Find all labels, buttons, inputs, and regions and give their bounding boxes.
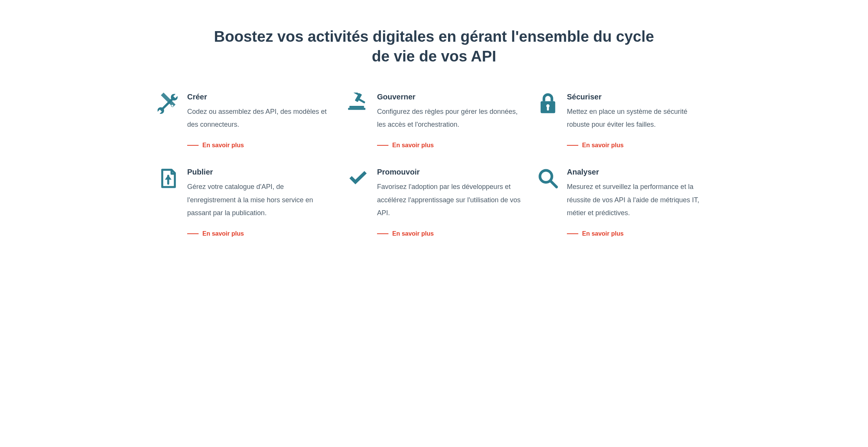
feature-description: Mettez en place un système de sécurité r… [567,105,711,131]
learn-more-label: En savoir plus [582,230,623,237]
feature-card: AnalyserMesurez et surveillez la perform… [537,168,711,237]
feature-description: Configurez des règles pour gérer les don… [377,105,521,131]
svg-rect-1 [354,93,361,96]
feature-card: SécuriserMettez en place un système de s… [537,93,711,149]
learn-more-link[interactable]: En savoir plus [567,230,623,237]
learn-more-label: En savoir plus [392,142,434,149]
tools-icon [157,93,180,115]
dash-icon [187,145,199,146]
page-title: Boostez vos activités digitales en géran… [206,27,662,66]
dash-icon [377,233,388,234]
feature-title: Promouvoir [377,168,521,176]
svg-rect-3 [349,106,364,108]
dash-icon [377,145,388,146]
learn-more-link[interactable]: En savoir plus [187,230,244,237]
dash-icon [567,233,578,234]
learn-more-link[interactable]: En savoir plus [187,142,244,149]
feature-title: Analyser [567,168,711,176]
feature-card: GouvernerConfigurez des règles pour gére… [347,93,521,149]
check-icon [347,168,369,190]
svg-rect-4 [348,108,366,110]
dash-icon [187,233,199,234]
learn-more-link[interactable]: En savoir plus [377,230,434,237]
feature-title: Publier [187,168,331,176]
feature-title: Sécuriser [567,93,711,101]
feature-body: PublierGérez votre catalogue d'API, de l… [187,168,331,237]
svg-line-9 [551,181,557,187]
publish-icon [157,168,180,190]
learn-more-label: En savoir plus [582,142,623,149]
feature-description: Gérez votre catalogue d'API, de l'enregi… [187,180,331,219]
feature-card: PublierGérez votre catalogue d'API, de l… [157,168,331,237]
svg-rect-2 [358,98,365,104]
feature-description: Mesurez et surveillez la performance et … [567,180,711,219]
learn-more-label: En savoir plus [392,230,434,237]
feature-body: SécuriserMettez en place un système de s… [567,93,711,149]
lock-icon [537,93,559,115]
learn-more-link[interactable]: En savoir plus [377,142,434,149]
gavel-icon [347,93,369,115]
feature-body: CréerCodez ou assemblez des API, des mod… [187,93,331,149]
feature-description: Favorisez l'adoption par les développeur… [377,180,521,219]
feature-card: CréerCodez ou assemblez des API, des mod… [157,93,331,149]
learn-more-link[interactable]: En savoir plus [567,142,623,149]
features-grid: CréerCodez ou assemblez des API, des mod… [157,93,711,237]
feature-body: AnalyserMesurez et surveillez la perform… [567,168,711,237]
feature-body: GouvernerConfigurez des règles pour gére… [377,93,521,149]
feature-card: PromouvoirFavorisez l'adoption par les d… [347,168,521,237]
magnify-icon [537,168,559,190]
feature-description: Codez ou assemblez des API, des modèles … [187,105,331,131]
learn-more-label: En savoir plus [202,230,244,237]
svg-rect-7 [547,107,549,111]
dash-icon [567,145,578,146]
feature-title: Créer [187,93,331,101]
feature-title: Gouverner [377,93,521,101]
feature-body: PromouvoirFavorisez l'adoption par les d… [377,168,521,237]
learn-more-label: En savoir plus [202,142,244,149]
